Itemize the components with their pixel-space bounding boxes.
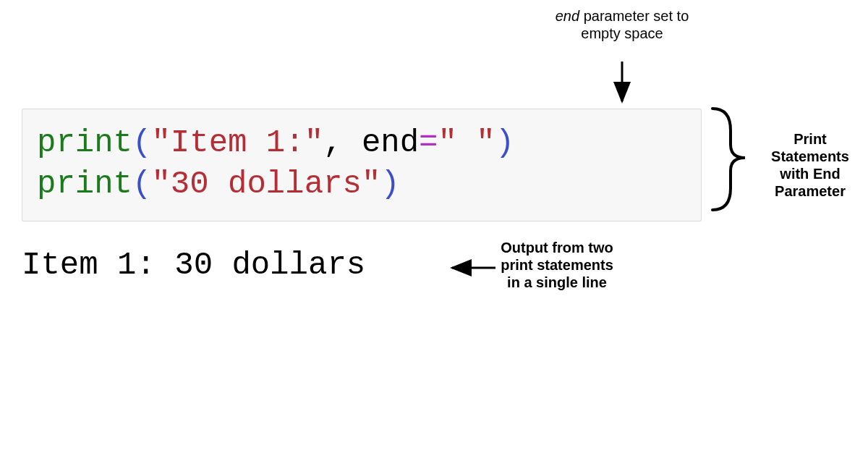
token-paren-open: ( [132,166,151,202]
token-func: print [37,166,132,202]
annotation-end-italic: end [556,8,579,24]
output-text: Item 1: 30 dollars [22,246,365,284]
annotation-output: Output from two print statements in a si… [499,239,615,291]
token-string: "30 dollars" [151,166,380,202]
code-line-1: print("Item 1:", end=" ") [37,122,686,164]
token-keyword: end [362,124,419,161]
annotation-end-parameter: end parameter set to empty space [550,7,694,42]
token-equals: = [419,124,438,161]
token-paren-open: ( [132,124,151,161]
overlay-arrows [0,0,868,456]
code-line-2: print("30 dollars") [37,164,686,205]
token-paren-close: ) [380,166,399,202]
token-paren-close: ) [495,124,514,161]
token-func: print [37,124,132,161]
token-comma: , [323,124,362,161]
token-string: " " [438,124,495,161]
token-string: "Item 1:" [151,124,323,161]
code-block: print("Item 1:", end=" ") print("30 doll… [22,109,702,221]
annotation-print-statements: Print Statements with End Parameter [756,130,864,200]
annotation-end-rest: parameter set to empty space [579,8,689,41]
